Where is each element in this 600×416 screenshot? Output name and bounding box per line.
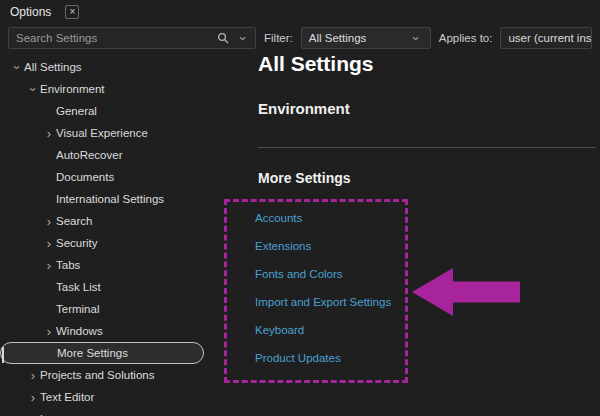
- sidebar-item-terminal[interactable]: Terminal: [0, 298, 230, 320]
- window-title: Options: [10, 5, 51, 19]
- more-settings-links: Accounts Extensions Fonts and Colors Imp…: [255, 204, 391, 372]
- sidebar-item-security[interactable]: › Security: [0, 232, 230, 254]
- sidebar-item-label: International Settings: [56, 193, 164, 205]
- sidebar-item-documents[interactable]: Documents: [0, 166, 230, 188]
- list-item: Import and Export Settings: [255, 288, 391, 316]
- sidebar-item-label: Security: [56, 237, 98, 249]
- chevron-right-icon[interactable]: ›: [42, 215, 56, 228]
- chevron-right-icon[interactable]: ›: [42, 237, 56, 250]
- search-icon[interactable]: [217, 32, 229, 44]
- list-item: Fonts and Colors: [255, 260, 391, 288]
- settings-page: All Settings Environment More Settings A…: [230, 40, 600, 416]
- sidebar-item-label: Projects and Solutions: [40, 369, 154, 381]
- link-import-and-export-settings[interactable]: Import and Export Settings: [255, 296, 391, 308]
- sidebar-item-label: Visual Experience: [56, 127, 148, 139]
- link-accounts[interactable]: Accounts: [255, 212, 302, 224]
- link-extensions[interactable]: Extensions: [255, 240, 311, 252]
- chevron-right-icon[interactable]: ›: [26, 369, 40, 382]
- settings-tree: › All Settings › Environment General › V…: [0, 56, 230, 416]
- chevron-right-icon[interactable]: ›: [42, 259, 56, 272]
- sidebar-item-text-editor[interactable]: › Text Editor: [0, 386, 230, 408]
- sidebar-item-windows[interactable]: › Windows: [0, 320, 230, 342]
- titlebar: Options ×: [0, 0, 600, 24]
- chevron-down-icon[interactable]: ›: [11, 60, 24, 74]
- sidebar-item-visual-experience[interactable]: › Visual Experience: [0, 122, 230, 144]
- chevron-right-icon[interactable]: ›: [42, 325, 56, 338]
- sidebar-item-search[interactable]: › Search: [0, 210, 230, 232]
- sidebar-item-general[interactable]: General: [0, 100, 230, 122]
- sidebar-item-label: Documents: [56, 171, 114, 183]
- list-item: Extensions: [255, 232, 391, 260]
- focus-caret: [2, 347, 4, 363]
- sidebar-item-autorecover[interactable]: AutoRecover: [0, 144, 230, 166]
- sidebar-item-label: Windows: [56, 325, 103, 337]
- sidebar-item-label: General: [56, 105, 97, 117]
- close-icon[interactable]: ×: [65, 5, 79, 19]
- sidebar-item-languages[interactable]: › Languages: [0, 408, 230, 416]
- sidebar-item-label: Search: [56, 215, 92, 227]
- sidebar-item-projects-and-solutions[interactable]: › Projects and Solutions: [0, 364, 230, 386]
- chevron-down-icon[interactable]: ›: [27, 82, 40, 96]
- link-product-updates[interactable]: Product Updates: [255, 352, 341, 364]
- link-fonts-and-colors[interactable]: Fonts and Colors: [255, 268, 343, 280]
- list-item: Product Updates: [255, 344, 391, 372]
- options-dialog: Options × › Filter: All Settings › Appli…: [0, 0, 600, 416]
- sidebar-item-all-settings[interactable]: › All Settings: [0, 56, 230, 78]
- sidebar-item-label: Task List: [56, 281, 101, 293]
- sidebar-item-task-list[interactable]: Task List: [0, 276, 230, 298]
- chevron-right-icon[interactable]: ›: [26, 391, 40, 404]
- sidebar-item-label: Tabs: [56, 259, 80, 271]
- sidebar-item-label: AutoRecover: [56, 149, 122, 161]
- sidebar-item-label: Terminal: [56, 303, 99, 315]
- chevron-right-icon[interactable]: ›: [26, 413, 40, 416]
- sidebar-item-label: Text Editor: [40, 391, 94, 403]
- sidebar-item-label: All Settings: [24, 61, 82, 73]
- link-keyboard[interactable]: Keyboard: [255, 324, 304, 336]
- search-box[interactable]: ›: [8, 27, 256, 49]
- chevron-right-icon[interactable]: ›: [42, 127, 56, 140]
- list-item: Accounts: [255, 204, 391, 232]
- sidebar-item-environment[interactable]: › Environment: [0, 78, 230, 100]
- section-heading-environment: Environment: [258, 100, 350, 117]
- sidebar-item-more-settings[interactable]: More Settings: [0, 342, 204, 364]
- section-divider: [258, 147, 596, 148]
- page-title: All Settings: [258, 52, 374, 76]
- section-heading-more-settings: More Settings: [258, 170, 351, 186]
- sidebar-item-international-settings[interactable]: International Settings: [0, 188, 230, 210]
- sidebar-item-label: Environment: [40, 83, 105, 95]
- list-item: Keyboard: [255, 316, 391, 344]
- sidebar-item-tabs[interactable]: › Tabs: [0, 254, 230, 276]
- sidebar-item-label: More Settings: [57, 347, 128, 359]
